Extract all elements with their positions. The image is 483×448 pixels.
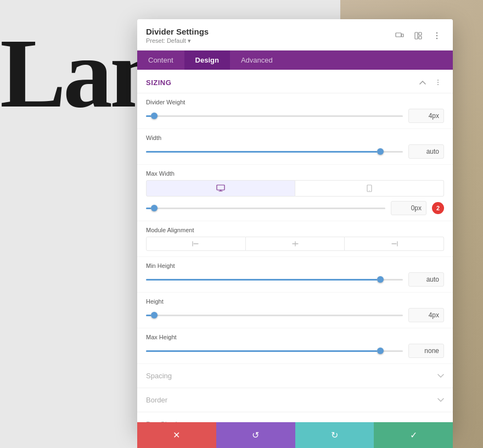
align-right-btn[interactable]	[345, 237, 444, 251]
mobile-icon	[367, 184, 372, 192]
width-row: Width	[137, 129, 453, 165]
panel-title: Divider Settings	[146, 27, 209, 36]
save-button[interactable]: ✓	[374, 422, 453, 448]
svg-point-8	[437, 80, 439, 81]
svg-point-10	[437, 84, 439, 85]
settings-panel: Divider Settings Preset: Default ▾	[137, 19, 453, 432]
responsive-icon	[395, 31, 404, 40]
min-height-fill	[146, 279, 377, 281]
max-height-row: Max Height	[137, 328, 453, 364]
min-height-track	[146, 279, 403, 281]
device-tab-mobile[interactable]	[295, 180, 444, 197]
module-alignment-buttons	[146, 237, 444, 251]
svg-point-13	[369, 191, 369, 191]
max-height-control	[146, 344, 444, 358]
desktop-icon	[216, 184, 225, 192]
tab-design[interactable]: Design	[184, 51, 230, 70]
align-left-btn[interactable]	[146, 237, 246, 251]
svg-rect-4	[419, 36, 422, 39]
panel-preset[interactable]: Preset: Default ▾	[146, 37, 209, 44]
divider-weight-fill	[146, 115, 151, 117]
bottom-toolbar: ✕ ↺ ↻ ✓	[137, 422, 453, 448]
border-section[interactable]: Border	[137, 388, 453, 412]
height-fill	[146, 315, 151, 316]
max-width-input[interactable]	[391, 201, 426, 215]
align-center-icon	[291, 241, 299, 247]
spacing-title: Spacing	[146, 372, 172, 380]
max-height-track	[146, 350, 403, 352]
svg-rect-1	[402, 34, 404, 37]
max-width-fill	[146, 208, 151, 209]
max-width-track	[146, 208, 385, 209]
tab-advanced[interactable]: Advanced	[230, 51, 284, 70]
max-width-row: Max Width	[137, 165, 453, 221]
width-control	[146, 144, 444, 159]
divider-weight-thumb[interactable]	[151, 113, 158, 119]
height-control	[146, 308, 444, 322]
section-more-btn[interactable]	[432, 76, 444, 88]
reset-button[interactable]: ↺	[216, 422, 295, 448]
height-thumb[interactable]	[151, 312, 158, 318]
min-height-input[interactable]	[408, 272, 444, 287]
max-height-thumb[interactable]	[377, 348, 384, 354]
save-icon: ✓	[410, 430, 417, 440]
section-collapse-btn[interactable]	[417, 76, 429, 88]
max-height-slider-wrap[interactable]	[146, 346, 403, 355]
redo-button[interactable]: ↻	[295, 422, 374, 448]
svg-rect-3	[419, 32, 422, 35]
min-height-thumb[interactable]	[377, 276, 384, 283]
spacing-chevron-icon	[437, 374, 444, 378]
align-right-icon	[390, 241, 398, 247]
width-slider-wrap[interactable]	[146, 147, 403, 156]
module-alignment-label: Module Alignment	[146, 227, 444, 233]
responsive-icon-btn[interactable]	[392, 29, 407, 43]
layout-icon-btn[interactable]	[411, 29, 425, 43]
svg-point-5	[436, 32, 437, 33]
max-height-fill	[146, 350, 377, 352]
height-track	[146, 315, 403, 316]
more-icon-btn[interactable]	[430, 29, 444, 43]
width-label: Width	[146, 135, 444, 141]
svg-rect-0	[396, 33, 401, 37]
panel-header: Divider Settings Preset: Default ▾	[137, 19, 453, 51]
divider-weight-input[interactable]	[408, 109, 444, 123]
panel-icons	[392, 29, 444, 43]
device-tab-desktop[interactable]	[146, 180, 295, 197]
width-track	[146, 151, 403, 153]
border-chevron-icon	[437, 398, 444, 402]
chevron-up-icon	[419, 80, 426, 85]
min-height-control	[146, 272, 444, 287]
divider-weight-label: Divider Weight	[146, 99, 444, 105]
cancel-icon: ✕	[173, 430, 180, 440]
svg-rect-11	[217, 185, 224, 190]
min-height-slider-wrap[interactable]	[146, 275, 403, 284]
layout-icon	[414, 31, 423, 40]
more-icon	[433, 31, 441, 40]
badge-2: 2	[432, 202, 444, 214]
tab-content[interactable]: Content	[137, 51, 184, 70]
redo-icon: ↻	[331, 430, 338, 440]
max-width-thumb[interactable]	[151, 205, 158, 211]
width-input[interactable]	[408, 144, 444, 159]
panel-title-group: Divider Settings Preset: Default ▾	[146, 27, 209, 44]
svg-point-9	[437, 82, 439, 83]
max-width-slider-wrap[interactable]	[146, 204, 385, 212]
max-height-input[interactable]	[408, 344, 444, 358]
max-width-label: Max Width	[146, 170, 444, 177]
spacing-section[interactable]: Spacing	[137, 364, 453, 388]
sizing-section-header: Sizing	[137, 70, 453, 93]
border-title: Border	[146, 396, 167, 404]
cancel-button[interactable]: ✕	[137, 422, 216, 448]
max-height-label: Max Height	[146, 334, 444, 340]
width-thumb[interactable]	[377, 148, 384, 155]
divider-weight-slider-wrap[interactable]	[146, 111, 403, 120]
align-center-btn[interactable]	[246, 237, 345, 251]
height-slider-wrap[interactable]	[146, 311, 403, 320]
max-width-control: 2	[146, 201, 444, 215]
width-fill	[146, 151, 377, 153]
align-left-icon	[192, 241, 200, 247]
height-input[interactable]	[408, 308, 444, 322]
sizing-title: Sizing	[146, 79, 171, 87]
max-width-device-tabs	[146, 180, 444, 197]
min-height-label: Min Height	[146, 262, 444, 269]
